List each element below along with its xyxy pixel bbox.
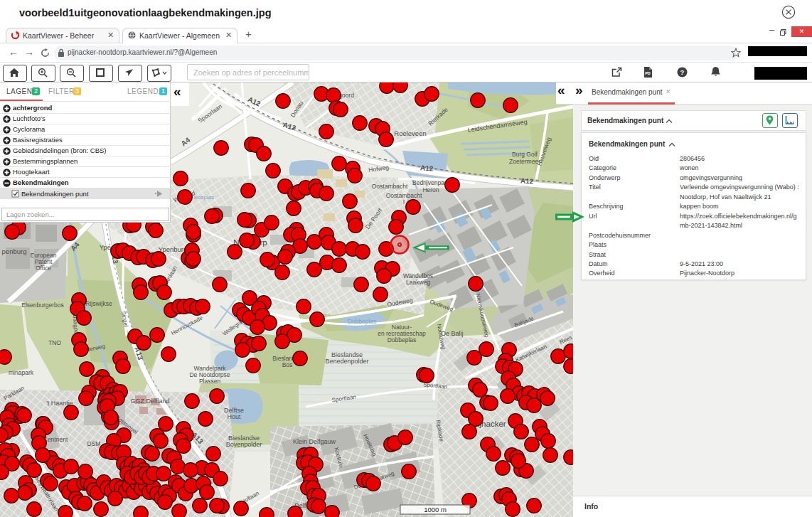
svg-text:Hout: Hout	[227, 413, 241, 420]
svg-text:Bovenpolder: Bovenpolder	[226, 441, 262, 448]
svg-text:penburg: penburg	[2, 247, 27, 255]
svg-text:A12: A12	[420, 164, 434, 172]
svg-text:Dobbeplas: Dobbeplas	[388, 336, 417, 343]
svg-text:Office: Office	[36, 265, 51, 272]
svg-text:Zoetermeer: Zoetermeer	[509, 158, 540, 165]
svg-text:Centrient: Centrient	[43, 436, 68, 443]
svg-text:?: ?	[680, 68, 685, 76]
svg-text:Benedenpolder: Benedenpolder	[325, 358, 368, 365]
svg-text:1000 m: 1000 m	[424, 506, 447, 513]
svg-text:DSM: DSM	[87, 440, 101, 447]
svg-text:GGZ Delfland: GGZ Delfland	[130, 398, 169, 405]
svg-text:Heron: Heron	[422, 186, 439, 193]
svg-text:A12: A12	[520, 177, 534, 186]
svg-text:Oostambacht: Oostambacht	[372, 183, 408, 190]
svg-text:Dobbeplas: Dobbeplas	[348, 318, 377, 325]
svg-text:minapark: minapark	[9, 369, 34, 376]
svg-text:PD: PD	[645, 71, 651, 75]
svg-text:I: I	[403, 198, 405, 206]
svg-text:Ypenburg: Ypenburg	[159, 245, 188, 253]
svg-text:Elsenburgerbos: Elsenburgerbos	[21, 302, 64, 309]
svg-text:Burg Golf: Burg Golf	[512, 151, 538, 158]
svg-text:Roeleveen: Roeleveen	[394, 129, 426, 137]
svg-text:Bedrijvenpark: Bedrijvenpark	[412, 179, 450, 186]
svg-text:TNO: TNO	[48, 339, 61, 346]
svg-text:Klein Delfgauw: Klein Delfgauw	[293, 438, 336, 445]
svg-text:Rijswijkse: Rijswijkse	[85, 300, 112, 307]
svg-text:Bosplas: Bosplas	[194, 194, 214, 201]
svg-text:Laakweg: Laakweg	[406, 279, 430, 286]
svg-text:Plassen: Plassen	[199, 378, 221, 385]
svg-text:Bos: Bos	[282, 361, 293, 368]
